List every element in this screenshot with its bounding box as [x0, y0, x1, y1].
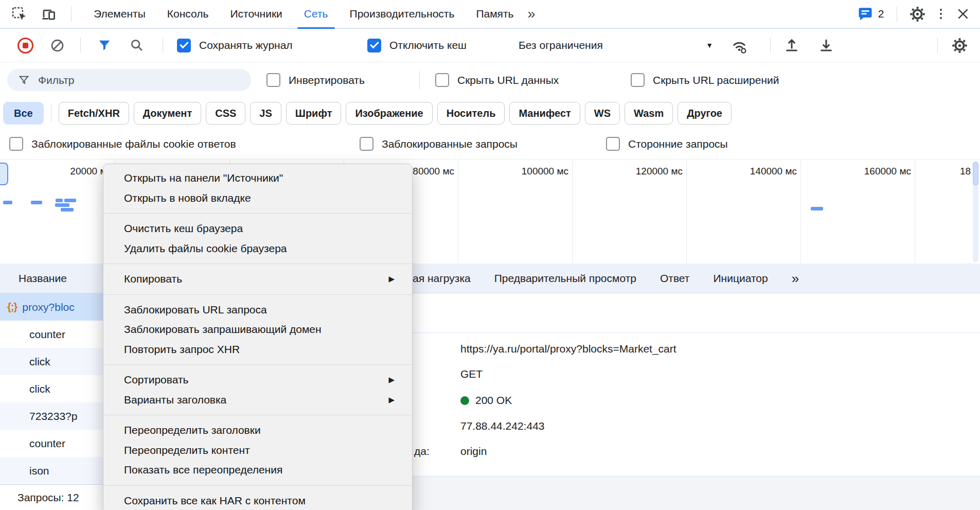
timeline-tick-label: 120000 мс — [636, 166, 683, 177]
toolbar-divider — [163, 38, 163, 53]
referrer-policy-label-fragment: да: — [414, 444, 430, 459]
submenu-arrow-icon: ▶ — [388, 370, 395, 390]
tab-memory[interactable]: Память — [465, 0, 524, 28]
chip-wasm[interactable]: Wasm — [625, 102, 673, 125]
tab-console[interactable]: Консоль — [156, 0, 220, 28]
tab-preview[interactable]: Предварительный просмотр — [494, 272, 636, 285]
invert-filter-checkbox[interactable] — [266, 73, 280, 87]
more-tabs-icon[interactable]: » — [525, 7, 539, 21]
search-icon[interactable] — [130, 38, 144, 52]
export-har-icon[interactable] — [818, 37, 834, 54]
inspect-element-icon[interactable] — [11, 6, 27, 22]
network-conditions-icon[interactable] — [730, 37, 748, 54]
close-icon[interactable] — [956, 7, 970, 21]
record-network-log-icon[interactable] — [17, 38, 33, 54]
chip-ws[interactable]: WS — [585, 102, 620, 125]
menu-item-block-request-domain[interactable]: Заблокировать запрашивающий домен — [103, 320, 412, 340]
chip-font[interactable]: Шрифт — [286, 102, 342, 125]
menu-item-replay-xhr[interactable]: Повторить запрос XHR — [103, 340, 412, 360]
blocked-options-row: Заблокированные файлы cookie ответов Заб… — [0, 129, 980, 160]
tab-performance[interactable]: Производительность — [339, 0, 466, 28]
menu-item-override-headers[interactable]: Переопределить заголовки — [103, 420, 412, 441]
import-har-icon[interactable] — [783, 37, 800, 54]
chip-all[interactable]: Все — [3, 102, 44, 125]
chip-manifest[interactable]: Манифест — [509, 102, 580, 125]
waterfall-bar[interactable] — [811, 207, 823, 210]
menu-item-clear-browser-cache[interactable]: Очистить кеш браузера — [103, 219, 412, 239]
menu-item-header-options[interactable]: Варианты заголовка ▶ — [103, 390, 412, 410]
hide-extension-urls-checkbox[interactable] — [631, 73, 645, 87]
chip-js[interactable]: JS — [250, 102, 281, 125]
hide-extension-urls-label: Скрыть URL расширений — [653, 74, 779, 86]
preserve-log-checkbox[interactable] — [177, 39, 191, 52]
timeline-selection-handle — [0, 163, 8, 185]
issues-icon[interactable] — [858, 6, 873, 22]
device-toolbar-icon[interactable] — [41, 6, 57, 22]
chip-image[interactable]: Изображение — [346, 102, 432, 125]
menu-item-block-request-url[interactable]: Заблокировать URL запроса — [103, 300, 412, 320]
waterfall-bar[interactable] — [3, 201, 12, 204]
waterfall-bar[interactable] — [55, 203, 69, 207]
chip-media[interactable]: Носитель — [437, 102, 505, 125]
blocked-response-cookies-checkbox[interactable] — [9, 137, 23, 151]
tab-response[interactable]: Ответ — [660, 272, 689, 285]
chip-css[interactable]: CSS — [206, 102, 245, 125]
third-party-requests-checkbox[interactable] — [606, 137, 620, 151]
network-settings-gear-icon[interactable] — [952, 38, 968, 54]
chip-other[interactable]: Другое — [678, 102, 732, 125]
section-divider — [413, 332, 980, 333]
preserve-log-label: Сохранять журнал — [199, 39, 293, 51]
clear-network-log-icon[interactable] — [50, 39, 64, 52]
more-detail-tabs-icon[interactable]: » — [792, 272, 799, 285]
hide-data-urls-checkbox[interactable] — [435, 73, 449, 87]
filter-icon[interactable] — [98, 39, 111, 52]
waterfall-bar[interactable] — [61, 208, 74, 212]
name-header-label: Название — [19, 272, 67, 285]
remote-address-value: 77.88.44.242:443 — [460, 418, 545, 434]
overflow-menu-icon[interactable] — [938, 7, 945, 22]
menu-item-sort-by[interactable]: Сортировать ▶ — [103, 370, 412, 390]
chip-document[interactable]: Документ — [134, 102, 201, 125]
blocked-requests-label: Заблокированные запросы — [382, 138, 518, 150]
third-party-requests-label: Сторонние запросы — [628, 138, 728, 150]
filter-input[interactable] — [37, 74, 209, 87]
issues-count: 2 — [878, 8, 884, 20]
menu-item-copy[interactable]: Копировать ▶ — [103, 269, 412, 289]
tab-payload-partial[interactable]: ая нагрузка — [413, 272, 471, 285]
menu-item-open-in-sources[interactable]: Открыть на панели "Источники" — [103, 168, 412, 188]
menu-item-override-content[interactable]: Переопределить контент — [103, 441, 412, 461]
tab-initiator[interactable]: Инициатор — [713, 272, 768, 285]
menu-item-open-in-new-tab[interactable]: Открыть в новой вкладке — [103, 188, 412, 208]
status-ok-icon — [460, 396, 469, 405]
menu-divider — [103, 294, 412, 295]
timeline-tick-label: 80000 мс — [413, 166, 454, 177]
waterfall-bar[interactable] — [56, 199, 63, 202]
menu-item-clear-browser-cookies[interactable]: Удалить файлы cookie браузера — [103, 239, 412, 259]
referrer-policy-value: origin — [460, 444, 487, 459]
toolbar-divider — [770, 38, 771, 53]
chip-fetch-xhr[interactable]: Fetch/XHR — [59, 102, 129, 125]
timeline-tick-label-partial: 18 — [960, 166, 971, 177]
toolbar-divider — [937, 38, 938, 53]
tab-elements[interactable]: Элементы — [83, 0, 156, 28]
timeline-scrollbar-thumb[interactable] — [973, 162, 978, 185]
tab-network[interactable]: Сеть — [293, 0, 339, 28]
request-name: counter — [29, 328, 65, 341]
status-code-value: 200 OK — [475, 394, 512, 407]
menu-item-save-all-as-har[interactable]: Сохранить все как HAR с контентом — [103, 491, 412, 510]
menu-item-show-all-overrides[interactable]: Показать все переопределения — [103, 460, 412, 480]
tab-sources[interactable]: Источники — [219, 0, 293, 28]
toolbar-divider — [419, 71, 420, 90]
network-toolbar: Сохранять журнал Отключить кеш Без огран… — [0, 29, 980, 62]
disable-cache-checkbox[interactable] — [367, 39, 381, 52]
next-section-band — [413, 477, 980, 510]
submenu-arrow-icon: ▶ — [388, 269, 395, 289]
menu-divider — [103, 213, 412, 214]
devtools-window: Элементы Консоль Источники Сеть Производ… — [0, 0, 980, 510]
waterfall-bar[interactable] — [64, 199, 76, 202]
waterfall-bar[interactable] — [31, 201, 42, 204]
request-context-menu: Открыть на панели "Источники" Открыть в … — [103, 164, 413, 510]
settings-gear-icon[interactable] — [910, 6, 925, 22]
blocked-requests-checkbox[interactable] — [360, 137, 373, 151]
throttling-select[interactable]: Без ограничения ▼ — [519, 39, 713, 51]
